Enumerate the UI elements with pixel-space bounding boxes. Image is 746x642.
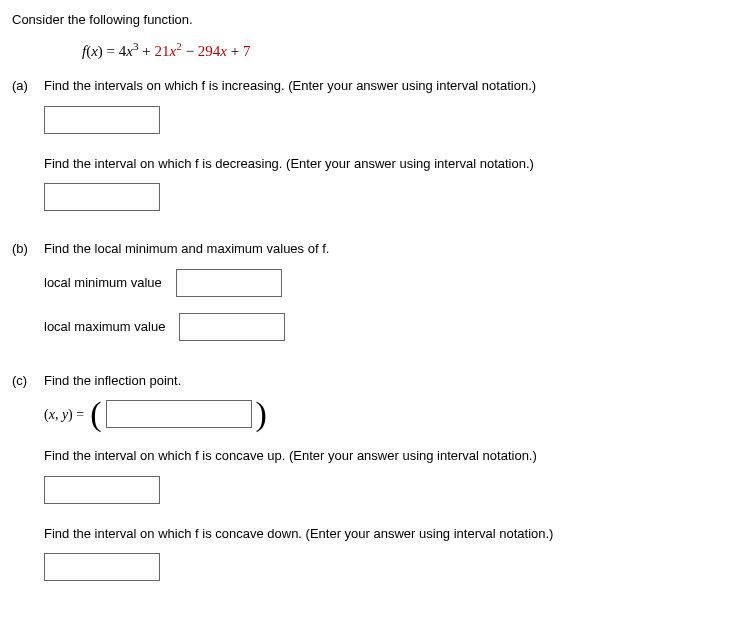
coef-2: 21 (155, 43, 170, 59)
part-a-label: (a) (12, 76, 44, 96)
part-c-q3: Find the interval on which f is concave … (44, 524, 734, 544)
xy-label: (x, y) = (44, 404, 84, 425)
part-a: (a) Find the intervals on which f is inc… (12, 76, 734, 225)
intro-text: Consider the following function. (12, 10, 734, 30)
local-min-input[interactable] (176, 269, 282, 297)
formula-lhs-x: x (91, 43, 98, 59)
var-3: x (220, 43, 227, 59)
concave-up-input[interactable] (44, 476, 160, 504)
concave-down-input[interactable] (44, 553, 160, 581)
local-max-label: local maximum value (44, 317, 165, 337)
part-b-q: Find the local minimum and maximum value… (44, 239, 734, 259)
coef-4: 7 (243, 43, 251, 59)
part-a-decreasing-input[interactable] (44, 183, 160, 211)
part-b-label: (b) (12, 239, 44, 259)
function-formula: f(x) = 4x3 + 21x2 − 294x + 7 (82, 38, 734, 63)
part-a-increasing-input[interactable] (44, 106, 160, 134)
var-1: x (126, 43, 133, 59)
exp-2: 2 (176, 40, 182, 52)
part-a-q1: Find the intervals on which f is increas… (44, 76, 734, 96)
local-max-input[interactable] (179, 313, 285, 341)
part-b: (b) Find the local minimum and maximum v… (12, 239, 734, 357)
local-min-label: local minimum value (44, 273, 162, 293)
part-c: (c) Find the inflection point. (x, y) = … (12, 371, 734, 596)
part-a-q2: Find the interval on which f is decreasi… (44, 154, 734, 174)
part-c-q1: Find the inflection point. (44, 371, 734, 391)
exp-1: 3 (133, 40, 139, 52)
part-c-label: (c) (12, 371, 44, 391)
part-c-q2: Find the interval on which f is concave … (44, 446, 734, 466)
inflection-point-row: (x, y) = ( ) (44, 400, 734, 428)
coef-3: 294 (198, 43, 221, 59)
inflection-point-input[interactable] (106, 400, 252, 428)
